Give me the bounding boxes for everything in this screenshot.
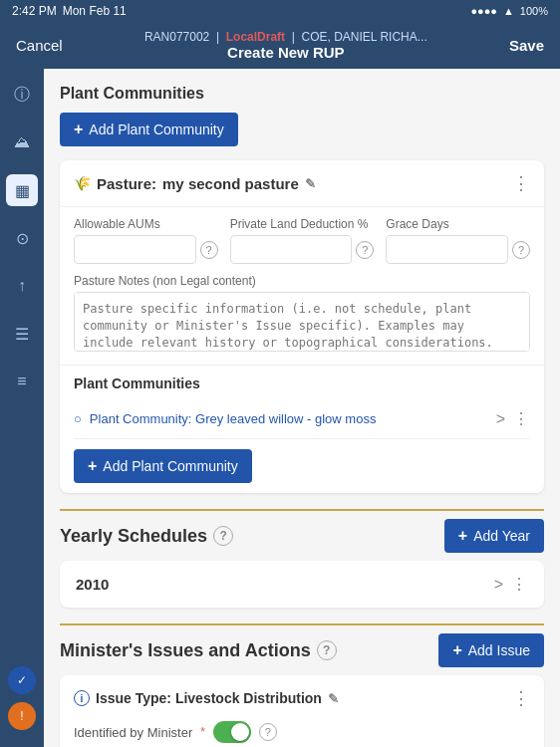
ministers-issues-title: Minister's Issues and Actions <box>60 640 311 661</box>
allowable-aums-help-icon[interactable]: ? <box>200 241 218 259</box>
sidebar-icon-chart[interactable]: ⛰ <box>6 126 38 158</box>
yearly-schedules-header: Yearly Schedules ? + Add Year <box>60 519 544 553</box>
ran-number: RAN077002 <box>144 30 209 44</box>
yearly-schedules-divider <box>60 509 544 511</box>
sidebar-icon-list[interactable]: ≡ <box>6 366 38 397</box>
grace-days-help-icon[interactable]: ? <box>512 241 530 259</box>
add-plant-community-bottom-wrapper: + Add Plant Community <box>74 449 530 483</box>
document-icon: ☰ <box>15 325 29 344</box>
yearly-schedules-left: Yearly Schedules ? <box>60 526 233 547</box>
issue-card: i Issue Type: Livestock Distribution ✎ ⋮… <box>60 675 544 747</box>
top-nav: Cancel RAN077002 | LocalDraft | COE, DAN… <box>0 22 560 69</box>
ministers-issues-left: Minister's Issues and Actions ? <box>60 640 337 661</box>
status-time: 2:42 PM <box>12 4 57 18</box>
add-year-button[interactable]: + Add Year <box>444 519 544 553</box>
save-button[interactable]: Save <box>509 37 544 54</box>
person-icon: ⊙ <box>16 229 29 248</box>
private-land-input[interactable]: 0 <box>230 235 353 264</box>
upload-icon: ↑ <box>18 277 26 295</box>
plant-community-left: ○ Plant Community: Grey leaved willow - … <box>74 411 376 426</box>
plant-communities-top-title: Plant Communities <box>60 85 544 103</box>
issue-more-icon[interactable]: ⋮ <box>512 687 530 709</box>
ministers-issues-header: Minister's Issues and Actions ? + Add Is… <box>60 633 544 667</box>
ministers-issues-divider <box>60 623 544 625</box>
ministers-issues-help-icon[interactable]: ? <box>317 640 337 660</box>
year-more-icon[interactable]: ⋮ <box>511 575 528 594</box>
issue-type-label: Issue Type: Livestock Distribution <box>96 690 322 706</box>
add-year-label: Add Year <box>473 528 530 544</box>
pasture-more-icon[interactable]: ⋮ <box>512 172 530 194</box>
grace-days-value-row: 3 ? <box>386 235 530 264</box>
plant-community-more-icon[interactable]: ⋮ <box>513 409 530 428</box>
signal-icon: ●●●● <box>470 5 497 17</box>
private-land-label: Private Land Deduction % <box>230 217 375 231</box>
identified-by-minister-toggle[interactable] <box>213 721 251 743</box>
create-new-rup-label: Create New RUP <box>227 44 345 61</box>
year-right: > ⋮ <box>494 575 528 594</box>
cancel-button[interactable]: Cancel <box>16 37 63 54</box>
add-plant-community-bottom-label: Add Plant Community <box>103 458 237 474</box>
user-info: COE, DANIEL RICHA... <box>302 30 427 44</box>
sidebar: ⓘ ⛰ ▦ ⊙ ↑ ☰ ≡ ✓ ! <box>0 69 44 747</box>
plus-icon: + <box>74 121 83 138</box>
issue-info-icon: i <box>74 690 90 706</box>
grace-days-label: Grace Days <box>386 217 530 231</box>
chevron-right-icon: > <box>496 410 505 428</box>
pasture-notes-textarea[interactable] <box>74 292 530 352</box>
sidebar-bottom: ✓ ! <box>8 666 36 738</box>
allowable-aums-value-row: not set ? <box>74 235 218 264</box>
status-bar: 2:42 PM Mon Feb 11 ●●●● ▲ 100% <box>0 0 560 22</box>
sidebar-icon-upload[interactable]: ↑ <box>6 270 38 302</box>
allowable-aums-field: Allowable AUMs not set ? <box>74 217 218 264</box>
add-issue-button[interactable]: + Add Issue <box>438 633 544 667</box>
add-issue-label: Add Issue <box>468 642 530 658</box>
identified-by-minister-label: Identified by Minister <box>74 725 192 740</box>
plus-icon-2: + <box>88 457 97 475</box>
wifi-icon: ▲ <box>503 5 514 17</box>
year-value: 2010 <box>76 576 109 593</box>
sidebar-icon-grid[interactable]: ▦ <box>6 174 38 206</box>
year-chevron-icon: > <box>494 576 503 594</box>
identified-help-icon[interactable]: ? <box>259 723 277 741</box>
pasture-card: 🌾 Pasture: my second pasture ✎ ⋮ Allowab… <box>60 160 544 493</box>
alert-badge[interactable]: ! <box>8 702 36 730</box>
identified-by-minister-row: Identified by Minister * ? <box>60 721 544 747</box>
identified-required-star: * <box>200 725 205 739</box>
add-plant-community-top-button[interactable]: + Add Plant Community <box>60 113 238 146</box>
grace-days-input[interactable]: 3 <box>386 235 508 264</box>
add-plant-community-bottom-button[interactable]: + Add Plant Community <box>74 449 252 483</box>
main-layout: ⓘ ⛰ ▦ ⊙ ↑ ☰ ≡ ✓ ! Plant Communities <box>0 69 560 747</box>
sidebar-icon-person[interactable]: ⊙ <box>6 222 38 254</box>
pasture-title: 🌾 Pasture: my second pasture ✎ <box>74 175 316 192</box>
pasture-edit-icon[interactable]: ✎ <box>305 176 316 191</box>
sidebar-icon-info[interactable]: ⓘ <box>6 79 38 111</box>
pasture-fields-row: Allowable AUMs not set ? Private Land De… <box>60 207 544 264</box>
status-day: Mon Feb 11 <box>63 4 127 18</box>
issue-header: i Issue Type: Livestock Distribution ✎ ⋮ <box>60 675 544 721</box>
battery-icon: 100% <box>520 5 548 17</box>
issue-edit-icon[interactable]: ✎ <box>328 691 339 706</box>
pasture-notes-section: Pasture Notes (non Legal content) <box>60 264 544 365</box>
year-card[interactable]: 2010 > ⋮ <box>60 561 544 608</box>
plant-community-row[interactable]: ○ Plant Community: Grey leaved willow - … <box>74 399 530 439</box>
pasture-plant-communities-section: Plant Communities ○ Plant Community: Gre… <box>60 365 544 493</box>
plant-community-name: Plant Community: Grey leaved willow - gl… <box>90 411 377 426</box>
private-land-deduction-field: Private Land Deduction % 0 ? <box>230 217 375 264</box>
pasture-icon: 🌾 <box>74 175 91 191</box>
circle-icon: ○ <box>74 411 82 426</box>
plant-community-right: > ⋮ <box>496 409 530 428</box>
private-land-help-icon[interactable]: ? <box>356 241 374 259</box>
list-icon: ≡ <box>17 373 26 390</box>
plus-icon-issue: + <box>452 641 461 659</box>
toggle-knob <box>231 723 249 741</box>
allowable-aums-input[interactable]: not set <box>74 235 196 264</box>
add-plant-community-top-label: Add Plant Community <box>89 122 223 137</box>
chart-icon: ⛰ <box>14 133 30 151</box>
yearly-schedules-help-icon[interactable]: ? <box>213 526 233 546</box>
plant-communities-top-section: Plant Communities + Add Plant Community <box>60 85 544 146</box>
info-icon: ⓘ <box>14 85 30 106</box>
inner-plant-communities-title: Plant Communities <box>74 375 530 391</box>
check-badge[interactable]: ✓ <box>8 666 36 694</box>
issue-type: i Issue Type: Livestock Distribution ✎ <box>74 690 339 706</box>
sidebar-icon-document[interactable]: ☰ <box>6 318 38 350</box>
